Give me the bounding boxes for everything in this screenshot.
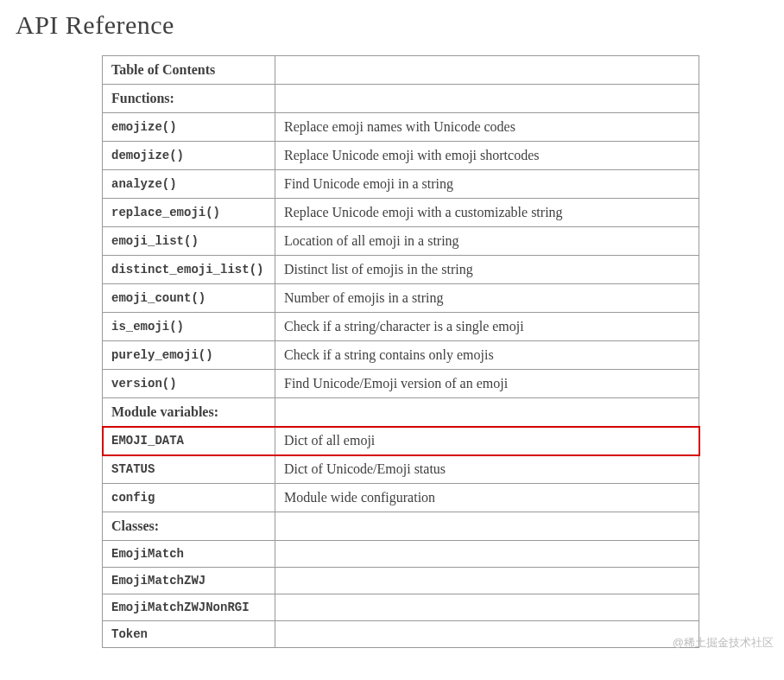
table-row: analyze()Find Unicode emoji in a string	[103, 170, 699, 199]
api-item-name[interactable]: is_emoji()	[103, 313, 275, 341]
table-row: is_emoji()Check if a string/character is…	[103, 313, 699, 341]
table-row: replace_emoji()Replace Unicode emoji wit…	[103, 199, 699, 227]
api-item-desc	[275, 594, 699, 621]
api-item-name[interactable]: EmojiMatchZWJ	[103, 568, 275, 594]
api-item-name[interactable]: EMOJI_DATA	[103, 427, 275, 455]
section-header-empty	[275, 398, 699, 427]
section-header-classes: Classes:	[103, 512, 699, 541]
api-item-name[interactable]: Token	[103, 621, 275, 648]
api-item-desc: Find Unicode/Emoji version of an emoji	[275, 370, 699, 398]
table-row: EmojiMatchZWJ	[103, 568, 699, 594]
table-row: emojize()Replace emoji names with Unicod…	[103, 113, 699, 142]
api-item-name[interactable]: replace_emoji()	[103, 199, 275, 227]
section-header-module-vars: Module variables:	[103, 398, 699, 427]
api-item-desc: Number of emojis in a string	[275, 284, 699, 313]
section-header-label: Functions:	[103, 85, 275, 113]
api-item-name[interactable]: purely_emoji()	[103, 341, 275, 370]
table-row: Token	[103, 621, 699, 648]
table-row: purely_emoji()Check if a string contains…	[103, 341, 699, 370]
api-item-desc: Dict of all emoji	[275, 427, 699, 455]
section-header-label: Table of Contents	[103, 56, 275, 85]
table-row: distinct_emoji_list()Distinct list of em…	[103, 256, 699, 284]
api-item-desc: Find Unicode emoji in a string	[275, 170, 699, 199]
api-item-name[interactable]: analyze()	[103, 170, 275, 199]
section-header-label: Module variables:	[103, 398, 275, 427]
api-item-desc: Module wide configuration	[275, 484, 699, 512]
api-item-desc: Replace emoji names with Unicode codes	[275, 113, 699, 142]
api-item-desc: Check if a string contains only emojis	[275, 341, 699, 370]
api-item-name[interactable]: demojize()	[103, 142, 275, 170]
api-item-desc	[275, 541, 699, 568]
section-header-empty	[275, 85, 699, 113]
api-item-desc	[275, 568, 699, 594]
api-item-name[interactable]: STATUS	[103, 455, 275, 484]
api-item-desc	[275, 621, 699, 648]
section-header-toc: Table of Contents	[103, 56, 699, 85]
api-item-desc: Location of all emoji in a string	[275, 227, 699, 256]
api-item-desc: Dict of Unicode/Emoji status	[275, 455, 699, 484]
api-item-name[interactable]: EmojiMatch	[103, 541, 275, 568]
api-item-name[interactable]: emojize()	[103, 113, 275, 142]
table-row: STATUSDict of Unicode/Emoji status	[103, 455, 699, 484]
api-item-name[interactable]: config	[103, 484, 275, 512]
api-reference-table: Table of ContentsFunctions:emojize()Repl…	[102, 55, 699, 648]
api-item-name[interactable]: EmojiMatchZWJNonRGI	[103, 594, 275, 621]
api-item-name[interactable]: emoji_count()	[103, 284, 275, 313]
api-item-desc: Replace Unicode emoji with emoji shortco…	[275, 142, 699, 170]
table-row: EmojiMatch	[103, 541, 699, 568]
table-row: configModule wide configuration	[103, 484, 699, 512]
section-header-empty	[275, 56, 699, 85]
page-title: API Reference	[16, 10, 768, 40]
api-item-desc: Check if a string/character is a single …	[275, 313, 699, 341]
api-item-name[interactable]: version()	[103, 370, 275, 398]
section-header-label: Classes:	[103, 512, 275, 541]
section-header-empty	[275, 512, 699, 541]
table-row: emoji_count()Number of emojis in a strin…	[103, 284, 699, 313]
section-header-functions: Functions:	[103, 85, 699, 113]
table-row: EmojiMatchZWJNonRGI	[103, 594, 699, 621]
api-item-desc: Replace Unicode emoji with a customizabl…	[275, 199, 699, 227]
table-row: emoji_list()Location of all emoji in a s…	[103, 227, 699, 256]
table-row: EMOJI_DATADict of all emoji	[103, 427, 699, 455]
api-item-name[interactable]: distinct_emoji_list()	[103, 256, 275, 284]
watermark-text: @稀土掘金技术社区	[673, 635, 774, 651]
api-item-name[interactable]: emoji_list()	[103, 227, 275, 256]
api-table-container: Table of ContentsFunctions:emojize()Repl…	[16, 55, 768, 648]
table-row: demojize()Replace Unicode emoji with emo…	[103, 142, 699, 170]
table-row: version()Find Unicode/Emoji version of a…	[103, 370, 699, 398]
api-item-desc: Distinct list of emojis in the string	[275, 256, 699, 284]
